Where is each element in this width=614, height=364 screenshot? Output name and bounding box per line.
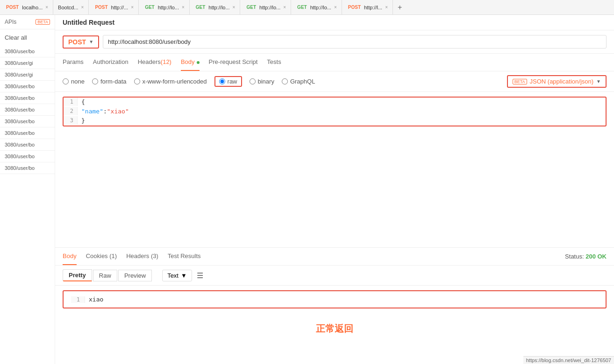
resp-type-arrow: ▼ — [181, 272, 187, 279]
tab-get-http3[interactable]: GET http://lo... × — [240, 0, 291, 14]
radio-graphql[interactable]: GraphQL — [282, 78, 315, 85]
tab-url-label: localho... — [22, 5, 43, 10]
line-content: { — [78, 98, 606, 106]
tab-body[interactable]: Body — [181, 54, 200, 71]
tab-close-icon[interactable]: × — [81, 5, 84, 10]
tab-params[interactable]: Params — [63, 54, 84, 71]
status-label: Status: — [565, 253, 584, 260]
list-item[interactable]: 3080/user/bo — [0, 127, 55, 139]
list-item[interactable]: 3080/user/bo — [0, 116, 55, 127]
response-tab-test-results[interactable]: Test Results — [168, 248, 201, 265]
tab-close-icon[interactable]: × — [131, 5, 134, 10]
sidebar: APIs BETA Clear all 3080/user/bo 3080/us… — [0, 15, 55, 364]
format-icon[interactable]: ☰ — [197, 271, 203, 280]
radio-none[interactable]: none — [63, 78, 85, 85]
radio-raw[interactable]: raw — [214, 76, 242, 87]
line-content: } — [78, 116, 606, 125]
body-options: none form-data x-www-form-urlencoded raw… — [55, 71, 614, 92]
tab-close-icon[interactable]: × — [182, 5, 185, 10]
response-tab-headers[interactable]: Headers (3) — [126, 248, 158, 265]
tab-get-http4[interactable]: GET http://lo... × — [291, 0, 342, 14]
code-line-2: 2 "name":"xiao" — [64, 107, 606, 116]
list-item[interactable]: 3080/user/bo — [0, 92, 55, 104]
app: POST localho... × Bootcd... × POST http:… — [0, 0, 614, 364]
tab-method-badge: POST — [93, 4, 109, 10]
tab-close-icon[interactable]: × — [334, 5, 337, 10]
method-label: POST — [68, 38, 86, 46]
main-area: APIs BETA Clear all 3080/user/bo 3080/us… — [0, 15, 614, 364]
url-input[interactable] — [103, 35, 607, 49]
json-type-selector[interactable]: BETA JSON (application/json) ▼ — [507, 75, 607, 88]
response-tab-body[interactable]: Body — [63, 248, 77, 265]
tab-get-http1[interactable]: GET http://lo... × — [139, 0, 190, 14]
tab-url-label: http://lo... — [158, 5, 179, 10]
request-title: Untitled Request — [55, 15, 614, 30]
list-item[interactable]: 3080/user/bo — [0, 139, 55, 151]
method-dropdown-icon: ▼ — [89, 39, 93, 44]
tab-url-label: Bootcd... — [58, 5, 78, 10]
json-label: JSON (application/json) — [530, 78, 594, 85]
resp-view-raw[interactable]: Raw — [93, 270, 117, 281]
code-line-1: 1 { — [64, 98, 606, 107]
tab-method-badge: GET — [245, 4, 257, 10]
response-view-options: Pretty Raw Preview Text ▼ ☰ — [55, 266, 614, 286]
status-area: Status: 200 OK — [565, 253, 607, 260]
list-item[interactable]: 3080/user/bo — [0, 162, 55, 174]
body-active-dot — [197, 61, 200, 64]
code-key: "name" — [81, 108, 103, 115]
chinese-message: 正常返回 — [55, 313, 614, 344]
tab-url-label: http://lo... — [259, 5, 280, 10]
code-editor[interactable]: 1 { 2 "name":"xiao" 3 } — [63, 97, 607, 126]
response-type-dropdown[interactable]: Text ▼ — [162, 270, 192, 281]
tab-authorization[interactable]: Authorization — [93, 54, 129, 71]
request-tabs: Params Authorization Headers(12) Body Pr… — [55, 54, 614, 71]
tab-bar: POST localho... × Bootcd... × POST http:… — [0, 0, 614, 15]
tab-close-icon[interactable]: × — [233, 5, 236, 10]
resp-view-pretty[interactable]: Pretty — [63, 269, 92, 281]
resp-view-preview[interactable]: Preview — [118, 270, 152, 281]
tab-close-icon[interactable]: × — [385, 5, 388, 10]
method-selector[interactable]: POST ▼ — [63, 35, 99, 49]
list-item[interactable]: 3080/user/bo — [0, 81, 55, 92]
tab-url-label: http://l... — [364, 5, 382, 10]
status-value: 200 OK — [585, 253, 607, 260]
radio-url-encoded[interactable]: x-www-form-urlencoded — [134, 78, 207, 85]
tab-bootcd[interactable]: Bootcd... × — [53, 0, 89, 14]
response-line-number: 1 — [71, 296, 85, 303]
apis-label: APIs — [5, 19, 16, 25]
clear-all-button[interactable]: Clear all — [0, 29, 55, 46]
response-tabs: Body Cookies (1) Headers (3) Test Result… — [55, 248, 614, 266]
tab-post-localhost[interactable]: POST localho... × — [0, 0, 53, 14]
add-tab-button[interactable]: + — [393, 3, 407, 12]
tab-method-badge: POST — [347, 4, 362, 10]
tab-url-label: http://lo... — [310, 5, 331, 10]
json-dropdown-icon: ▼ — [596, 79, 601, 84]
line-content: "name":"xiao" — [78, 107, 606, 116]
tab-tests[interactable]: Tests — [267, 54, 281, 71]
tab-close-icon[interactable]: × — [283, 5, 286, 10]
list-item[interactable]: 3080/user/gi — [0, 57, 55, 69]
editor-spacer — [55, 131, 614, 247]
response-tab-cookies[interactable]: Cookies (1) — [86, 248, 117, 265]
line-number: 3 — [64, 116, 78, 125]
sidebar-url-list: 3080/user/bo 3080/user/gi 3080/user/gi 3… — [0, 46, 55, 364]
tab-get-http2[interactable]: GET http://lo... × — [190, 0, 241, 14]
list-item[interactable]: 3080/user/gi — [0, 69, 55, 81]
tab-headers[interactable]: Headers(12) — [138, 54, 171, 71]
tab-prescript[interactable]: Pre-request Script — [209, 54, 258, 71]
response-row: 1 xiao — [71, 296, 598, 303]
tab-post-http1[interactable]: POST http://... × — [89, 0, 139, 14]
tab-method-badge: POST — [5, 4, 20, 10]
tab-url-label: http://lo... — [208, 5, 229, 10]
radio-binary[interactable]: binary — [250, 78, 274, 85]
tab-close-icon[interactable]: × — [45, 5, 48, 10]
response-value: xiao — [89, 296, 103, 303]
tab-url-label: http://... — [111, 5, 129, 10]
list-item[interactable]: 3080/user/bo — [0, 104, 55, 116]
list-item[interactable]: 3080/user/bo — [0, 151, 55, 162]
tab-post-http2[interactable]: POST http://l... × — [342, 0, 393, 14]
radio-form-data[interactable]: form-data — [92, 78, 127, 85]
list-item[interactable]: 3080/user/bo — [0, 46, 55, 57]
resp-type-label: Text — [167, 272, 178, 279]
tab-method-badge: GET — [194, 4, 207, 10]
